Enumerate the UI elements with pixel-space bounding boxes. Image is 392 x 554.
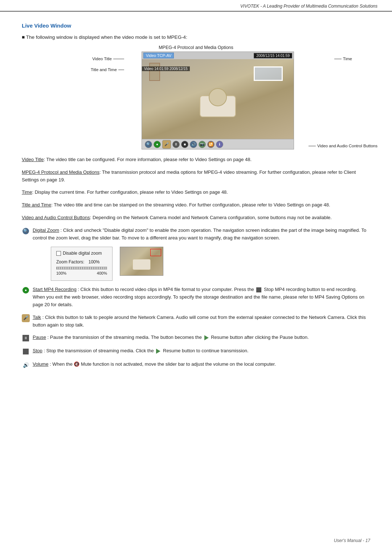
diagram-container: MPEG-4 Protocol and Media Options Video … <box>22 45 370 149</box>
intro-line: ■ The following window is displayed when… <box>22 34 370 40</box>
feature-mp4: ● Start MP4 Recording : Click this butto… <box>22 286 370 308</box>
zoom-max-label: 400% <box>97 271 107 275</box>
video-image-area <box>142 59 294 139</box>
zoom-labels: 100% 400% <box>56 271 107 275</box>
mp4-icon: ● <box>22 286 30 294</box>
page-footer: User's Manual - 17 <box>334 538 370 543</box>
volume-icon: 🔊 <box>22 361 30 369</box>
feature-stop: Stop : Stop the transmission of streamin… <box>22 347 370 356</box>
ctrl-zoom-btn[interactable]: 🔍 <box>145 141 152 148</box>
room-window <box>254 66 283 81</box>
section-title: Live Video Window <box>22 22 370 29</box>
title-time-annotation: Title and Time <box>91 67 126 72</box>
room-table <box>209 88 227 106</box>
zoom-panel: Disable digital zoom Zoom Factors: 100% … <box>51 247 113 281</box>
feature-digital-zoom: 🔍 Digital Zoom : Click and uncheck "Disa… <box>22 227 370 242</box>
feature-pause: ⏸ Pause : Pause the transmission of the … <box>22 334 370 342</box>
anno-line-2 <box>118 70 124 70</box>
zoom-slider-container: 100% 400% <box>56 267 107 275</box>
stop-icon <box>22 348 30 356</box>
mute-icon-inline: 🔇 <box>74 361 79 367</box>
desc-controls: Video and Audio Control Buttons: Dependi… <box>22 214 370 222</box>
zoom-check-row: Disable digital zoom <box>56 251 107 256</box>
diagram-top-label: MPEG-4 Protocol and Media Options <box>159 45 233 50</box>
desc-time: Time: Display the current time. For furt… <box>22 189 370 196</box>
nav-thumbnail <box>120 247 163 276</box>
term-mp4: Start MP4 Recording <box>33 287 77 292</box>
ctrl-vol-btn[interactable]: 🔊 <box>190 141 197 148</box>
nav-thumb-selection <box>150 249 161 256</box>
term-pause: Pause <box>33 335 46 340</box>
zoom-slider-dots <box>57 267 107 269</box>
video-mockup: Video TCP-AV 2008/12/15 14:01:59 Video 1… <box>142 52 294 149</box>
desc-mpeg4: MPEG-4 Protocol and Media Options: The t… <box>22 169 370 184</box>
ctrl-snap-btn[interactable]: 📷 <box>199 141 206 148</box>
disable-zoom-checkbox[interactable] <box>56 251 61 256</box>
ctrl-talk-btn[interactable]: 🎤 <box>162 140 171 149</box>
anno-line-4 <box>309 146 316 146</box>
disable-zoom-label: Disable digital zoom <box>63 251 102 256</box>
zoom-min-label: 100% <box>56 271 66 275</box>
term-stop: Stop <box>33 348 42 353</box>
video-title-annotation: Video Title <box>91 57 126 61</box>
feature-talk: 🎤 Talk : Click this button to talk to pe… <box>22 314 370 329</box>
zoom-factors-row: Zoom Factors: 100% <box>56 259 107 264</box>
desc-video-title: Video Title: The video title can be conf… <box>22 156 370 164</box>
stop-square-icon <box>23 349 29 354</box>
zoom-icon: 🔍 <box>22 227 30 235</box>
term-title-time: Title and Time <box>22 202 51 208</box>
term-talk: Talk <box>33 315 41 320</box>
page-header: VIVOTEK - A Leading Provider of Multimed… <box>0 0 392 12</box>
time-annotation: Time <box>333 57 352 61</box>
desc-title-time: Title and Time: The video title and time… <box>22 201 370 209</box>
term-controls: Video and Audio Control Buttons <box>22 215 90 220</box>
video-subtitle-bar: Video 14:01:59 2008/12/15 <box>142 66 190 71</box>
anno-line-1 <box>113 59 124 59</box>
video-body: Video 14:01:59 2008/12/15 <box>142 59 294 139</box>
zoom-factors-value: 100% <box>89 259 100 264</box>
ctrl-info-btn[interactable]: ℹ <box>216 141 223 148</box>
ctrl-ptz-btn[interactable]: 🔁 <box>207 141 215 148</box>
ctrl-record-btn[interactable]: ● <box>154 141 161 148</box>
controls-annotation: Video and Audio Control Buttons <box>307 144 377 148</box>
video-title-tab: Video TCP-AV <box>143 53 174 58</box>
left-annotations: Video Title Title and Time <box>91 57 126 72</box>
resume-icon-inline <box>204 335 209 340</box>
nav-thumb-sofa <box>132 259 151 270</box>
video-time-display: 2008/12/15 14:01:59 <box>254 53 292 58</box>
right-annotations: Time <box>333 57 352 61</box>
page-number: User's Manual - 17 <box>334 538 370 543</box>
room-door <box>149 63 160 81</box>
video-top-bar: Video TCP-AV 2008/12/15 14:01:59 <box>142 52 294 59</box>
term-time: Time <box>22 189 32 195</box>
anno-line-3 <box>334 59 342 59</box>
term-video-title: Video Title <box>22 157 44 162</box>
term-digital-zoom: Digital Zoom <box>33 227 59 233</box>
ctrl-stop-btn[interactable]: ■ <box>181 141 188 148</box>
zoom-diagram: Disable digital zoom Zoom Factors: 100% … <box>51 247 370 281</box>
resume-icon-inline-stop <box>156 349 160 354</box>
pause-icon: ⏸ <box>22 334 30 342</box>
feature-volume: 🔊 Volume : When the 🔇 Mute function is n… <box>22 361 370 369</box>
talk-icon: 🎤 <box>22 314 30 322</box>
video-controls-bar: 🔍 ● 🎤 ⏸ ■ 🔊 📷 🔁 ℹ <box>142 139 294 149</box>
zoom-slider-track[interactable] <box>56 267 107 270</box>
page-content: Live Video Window ■ The following window… <box>0 12 392 396</box>
term-volume: Volume <box>33 361 48 367</box>
term-mpeg4: MPEG-4 Protocol and Media Options <box>22 169 99 175</box>
zoom-factors-label: Zoom Factors: <box>56 259 84 264</box>
brand-text: VIVOTEK - A Leading Provider of Multimed… <box>240 4 377 9</box>
stop-icon-inline-mp4 <box>256 287 261 292</box>
ctrl-pause-btn[interactable]: ⏸ <box>172 141 180 148</box>
